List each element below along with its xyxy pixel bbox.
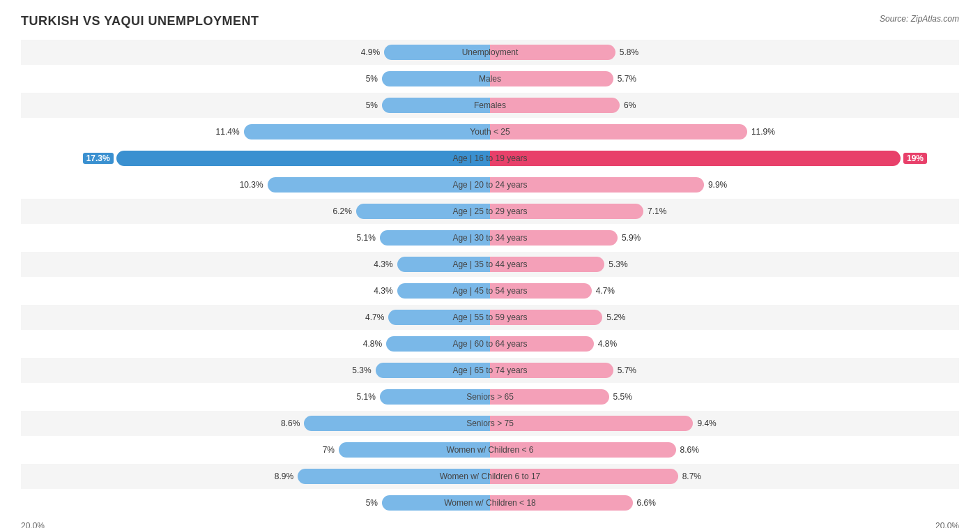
pct-left: 6.2% xyxy=(332,206,351,216)
bar-blue xyxy=(356,204,490,219)
bar-row: 5.3%5.7%Age | 65 to 74 years xyxy=(21,358,959,383)
bar-row: 10.3%9.9%Age | 20 to 24 years xyxy=(21,172,959,197)
bar-pink xyxy=(490,416,693,431)
chart-title: TURKISH VS YAQUI UNEMPLOYMENT xyxy=(21,14,259,29)
bar-blue xyxy=(376,363,490,378)
bar-pink xyxy=(490,124,747,139)
pct-right: 5.7% xyxy=(618,365,636,375)
bar-pink xyxy=(490,442,676,458)
bar-pink xyxy=(490,204,643,219)
pct-left: 4.9% xyxy=(361,47,380,57)
pct-right: 11.9% xyxy=(751,127,775,137)
bar-blue xyxy=(339,442,490,458)
bar-pink xyxy=(490,230,618,246)
pct-right: 6% xyxy=(624,100,636,110)
bar-row: 17.3%19%Age | 16 to 19 years xyxy=(21,146,959,171)
pct-right: 6.6% xyxy=(637,498,656,508)
axis-label-left: 20.0% xyxy=(21,521,45,528)
pct-left: 17.3% xyxy=(83,153,114,164)
pct-left: 4.3% xyxy=(374,286,392,296)
pct-left: 5.1% xyxy=(357,392,376,402)
pct-left: 5.3% xyxy=(352,365,371,375)
bar-row: 11.4%11.9%Youth < 25 xyxy=(21,119,959,144)
pct-right: 5.2% xyxy=(606,312,625,322)
axis-right: 20.0% xyxy=(490,521,959,528)
pct-left: 8.9% xyxy=(275,472,293,481)
pct-right: 9.4% xyxy=(697,418,716,428)
bar-blue xyxy=(298,469,490,484)
bar-blue xyxy=(382,71,490,86)
pct-left: 5% xyxy=(366,498,378,508)
bar-row: 5%5.7%Males xyxy=(21,66,959,91)
bar-row: 4.3%5.3%Age | 35 to 44 years xyxy=(21,252,959,277)
bar-row: 4.3%4.7%Age | 45 to 54 years xyxy=(21,278,959,303)
bar-blue xyxy=(244,124,490,139)
bar-pink xyxy=(490,177,704,193)
bar-pink xyxy=(490,310,602,325)
bar-row: 5%6%Females xyxy=(21,93,959,118)
bar-blue xyxy=(380,389,490,405)
pct-right: 5.5% xyxy=(613,392,632,402)
pct-left: 4.3% xyxy=(374,259,392,269)
bar-row: 4.9%5.8%Unemployment xyxy=(21,40,959,65)
bar-pink xyxy=(490,336,594,352)
pct-left: 8.6% xyxy=(281,418,300,428)
bar-blue xyxy=(380,230,490,246)
pct-left: 5% xyxy=(366,74,378,84)
axis-left: 20.0% xyxy=(21,521,490,528)
pct-right: 5.8% xyxy=(620,47,638,57)
bar-blue xyxy=(384,45,490,60)
bar-pink xyxy=(490,45,615,60)
chart-rows: 4.9%5.8%Unemployment5%5.7%Males5%6%Femal… xyxy=(21,40,959,515)
bar-row: 5%6.6%Women w/ Children < 18 xyxy=(21,490,959,515)
bar-pink xyxy=(490,151,901,166)
pct-left: 4.7% xyxy=(365,312,384,322)
pct-right: 5.9% xyxy=(622,233,641,243)
bar-blue xyxy=(268,177,490,193)
bar-blue xyxy=(116,151,490,166)
bar-pink xyxy=(490,363,613,378)
pct-left: 7% xyxy=(323,445,335,455)
axis-row: 20.0% 20.0% xyxy=(21,521,959,528)
bar-blue xyxy=(386,336,490,352)
pct-right: 8.7% xyxy=(682,472,701,481)
pct-right: 5.7% xyxy=(618,74,636,84)
bar-pink xyxy=(490,98,620,113)
bar-row: 7%8.6%Women w/ Children < 6 xyxy=(21,437,959,462)
bar-pink xyxy=(490,283,592,299)
bar-row: 8.9%8.7%Women w/ Children 6 to 17 xyxy=(21,464,959,489)
bar-blue xyxy=(382,98,490,113)
pct-right: 4.7% xyxy=(596,286,615,296)
bar-blue xyxy=(304,416,490,431)
axis-label-right: 20.0% xyxy=(935,521,959,528)
chart-container: TURKISH VS YAQUI UNEMPLOYMENT Source: Zi… xyxy=(0,0,980,528)
pct-right: 8.6% xyxy=(680,445,699,455)
bar-pink xyxy=(490,257,604,272)
bar-pink xyxy=(490,389,609,405)
chart-header: TURKISH VS YAQUI UNEMPLOYMENT Source: Zi… xyxy=(21,14,959,29)
bar-blue xyxy=(388,310,490,325)
bar-row: 5.1%5.5%Seniors > 65 xyxy=(21,384,959,409)
bar-pink xyxy=(490,71,613,86)
pct-right: 4.8% xyxy=(598,339,617,349)
pct-right: 7.1% xyxy=(648,206,666,216)
pct-right: 9.9% xyxy=(708,180,727,190)
bar-row: 4.8%4.8%Age | 60 to 64 years xyxy=(21,331,959,356)
bar-pink xyxy=(490,495,633,511)
bar-row: 4.7%5.2%Age | 55 to 59 years xyxy=(21,305,959,330)
bar-row: 8.6%9.4%Seniors > 75 xyxy=(21,411,959,436)
pct-left: 5% xyxy=(366,100,378,110)
pct-right: 5.3% xyxy=(608,259,627,269)
bar-blue xyxy=(382,495,490,511)
bar-row: 6.2%7.1%Age | 25 to 29 years xyxy=(21,199,959,224)
pct-left: 5.1% xyxy=(357,233,376,243)
pct-left: 11.4% xyxy=(216,127,240,137)
bar-row: 5.1%5.9%Age | 30 to 34 years xyxy=(21,225,959,250)
pct-left: 10.3% xyxy=(240,180,263,190)
chart-source: Source: ZipAtlas.com xyxy=(880,14,959,24)
pct-right: 19% xyxy=(903,153,927,164)
bar-pink xyxy=(490,469,678,484)
pct-left: 4.8% xyxy=(363,339,382,349)
bar-blue xyxy=(397,283,490,299)
bar-blue xyxy=(397,257,490,272)
